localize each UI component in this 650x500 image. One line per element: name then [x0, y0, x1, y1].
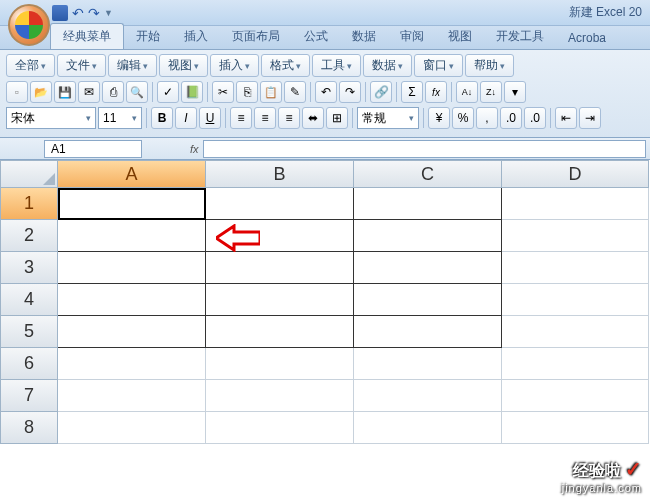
name-box[interactable]: A1 [44, 140, 142, 158]
fx-icon[interactable]: fx [190, 143, 199, 155]
decrease-indent-icon[interactable]: ⇤ [555, 107, 577, 129]
row-header-4[interactable]: 4 [0, 284, 58, 316]
tab-acrobat[interactable]: Acroba [556, 27, 618, 49]
cell-B6[interactable] [206, 348, 354, 380]
tab-home[interactable]: 开始 [124, 24, 172, 49]
cell-C5[interactable] [354, 316, 502, 348]
cell-D1[interactable] [502, 188, 649, 220]
undo-icon[interactable]: ↶ [72, 6, 84, 20]
menu-file[interactable]: 文件▾ [57, 54, 106, 77]
align-left-icon[interactable]: ≡ [230, 107, 252, 129]
tab-formulas[interactable]: 公式 [292, 24, 340, 49]
number-format-select[interactable]: 常规▾ [357, 107, 419, 129]
cell-A8[interactable] [58, 412, 206, 444]
formula-bar[interactable] [203, 140, 646, 158]
save-icon[interactable] [52, 5, 68, 21]
row-header-6[interactable]: 6 [0, 348, 58, 380]
autosum-icon[interactable] [401, 81, 423, 103]
cell-A3[interactable] [58, 252, 206, 284]
office-button[interactable] [8, 4, 50, 46]
menu-tools[interactable]: 工具▾ [312, 54, 361, 77]
cell-C6[interactable] [354, 348, 502, 380]
cell-B5[interactable] [206, 316, 354, 348]
hyperlink-icon[interactable]: 🔗 [370, 81, 392, 103]
copy-icon[interactable] [236, 81, 258, 103]
tab-review[interactable]: 审阅 [388, 24, 436, 49]
cell-C4[interactable] [354, 284, 502, 316]
cell-C3[interactable] [354, 252, 502, 284]
tab-view[interactable]: 视图 [436, 24, 484, 49]
cell-C8[interactable] [354, 412, 502, 444]
row-header-3[interactable]: 3 [0, 252, 58, 284]
tab-insert[interactable]: 插入 [172, 24, 220, 49]
cell-D5[interactable] [502, 316, 649, 348]
menu-all[interactable]: 全部▾ [6, 54, 55, 77]
font-size-select[interactable]: 11▾ [98, 107, 142, 129]
cell-B4[interactable] [206, 284, 354, 316]
format-painter-icon[interactable] [284, 81, 306, 103]
currency-icon[interactable]: ¥ [428, 107, 450, 129]
cell-C7[interactable] [354, 380, 502, 412]
increase-indent-icon[interactable]: ⇥ [579, 107, 601, 129]
align-right-icon[interactable]: ≡ [278, 107, 300, 129]
row-header-7[interactable]: 7 [0, 380, 58, 412]
cell-B7[interactable] [206, 380, 354, 412]
comma-icon[interactable]: , [476, 107, 498, 129]
tab-page-layout[interactable]: 页面布局 [220, 24, 292, 49]
sort-asc-icon[interactable] [456, 81, 478, 103]
cell-C2[interactable] [354, 220, 502, 252]
menu-help[interactable]: 帮助▾ [465, 54, 514, 77]
print-icon[interactable] [102, 81, 124, 103]
menu-format[interactable]: 格式▾ [261, 54, 310, 77]
cell-D4[interactable] [502, 284, 649, 316]
tab-classic-menu[interactable]: 经典菜单 [50, 23, 124, 49]
cell-D8[interactable] [502, 412, 649, 444]
align-center-icon[interactable]: ≡ [254, 107, 276, 129]
decrease-decimal-icon[interactable]: .0 [524, 107, 546, 129]
redo-icon[interactable] [339, 81, 361, 103]
cell-A2[interactable] [58, 220, 206, 252]
cell-D3[interactable] [502, 252, 649, 284]
cell-D7[interactable] [502, 380, 649, 412]
tab-data[interactable]: 数据 [340, 24, 388, 49]
row-header-5[interactable]: 5 [0, 316, 58, 348]
redo-icon[interactable]: ↷ [88, 6, 100, 20]
tab-developer[interactable]: 开发工具 [484, 24, 556, 49]
underline-button[interactable]: U [199, 107, 221, 129]
cell-A4[interactable] [58, 284, 206, 316]
font-name-select[interactable]: 宋体▾ [6, 107, 96, 129]
cell-D2[interactable] [502, 220, 649, 252]
cell-A7[interactable] [58, 380, 206, 412]
mail-icon[interactable] [78, 81, 100, 103]
open-icon[interactable] [30, 81, 52, 103]
qat-dropdown-icon[interactable]: ▼ [104, 8, 113, 18]
cell-B8[interactable] [206, 412, 354, 444]
print-preview-icon[interactable] [126, 81, 148, 103]
merge-icon[interactable]: ⬌ [302, 107, 324, 129]
percent-icon[interactable]: % [452, 107, 474, 129]
menu-data[interactable]: 数据▾ [363, 54, 412, 77]
column-header-c[interactable]: C [354, 160, 502, 188]
select-all-corner[interactable] [0, 160, 58, 188]
increase-decimal-icon[interactable]: .0 [500, 107, 522, 129]
merge-center-icon[interactable]: ⊞ [326, 107, 348, 129]
sort-desc-icon[interactable] [480, 81, 502, 103]
insert-function-icon[interactable] [425, 81, 447, 103]
menu-edit[interactable]: 编辑▾ [108, 54, 157, 77]
filter-icon[interactable]: ▾ [504, 81, 526, 103]
column-header-b[interactable]: B [206, 160, 354, 188]
cell-C1[interactable] [354, 188, 502, 220]
cell-B3[interactable] [206, 252, 354, 284]
cell-D6[interactable] [502, 348, 649, 380]
research-icon[interactable]: 📗 [181, 81, 203, 103]
menu-window[interactable]: 窗口▾ [414, 54, 463, 77]
cell-A6[interactable] [58, 348, 206, 380]
row-header-1[interactable]: 1 [0, 188, 58, 220]
cell-A1[interactable] [58, 188, 206, 220]
menu-view[interactable]: 视图▾ [159, 54, 208, 77]
column-header-d[interactable]: D [502, 160, 649, 188]
undo-icon[interactable] [315, 81, 337, 103]
spell-icon[interactable]: ✓ [157, 81, 179, 103]
cut-icon[interactable] [212, 81, 234, 103]
cell-B1[interactable] [206, 188, 354, 220]
